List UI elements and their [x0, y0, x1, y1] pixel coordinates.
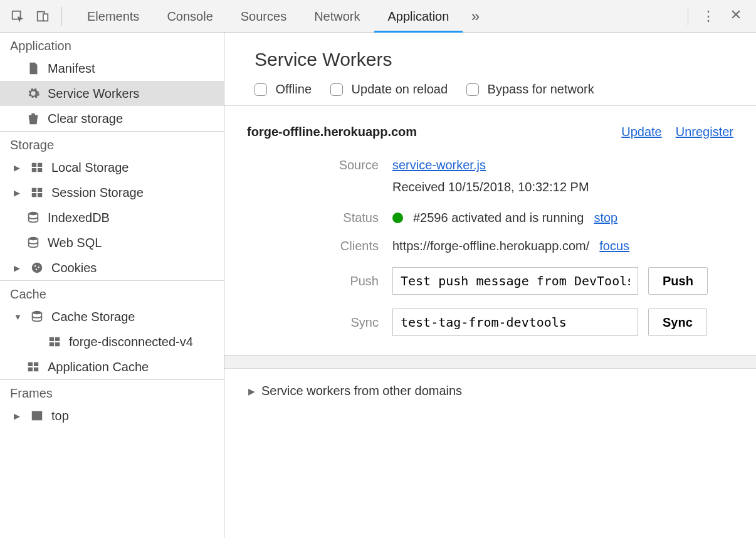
table-icon [25, 359, 41, 375]
inspect-element-icon[interactable] [5, 4, 30, 29]
label-push: Push [247, 274, 379, 288]
sidebar-section-storage: Storage [0, 131, 224, 155]
close-icon[interactable] [722, 8, 750, 24]
checkbox-icon[interactable] [466, 83, 479, 96]
expand-icon: ▶ [14, 411, 23, 421]
label-sync: Sync [247, 315, 379, 330]
checkbox-icon[interactable] [330, 83, 343, 96]
sidebar-item-label: Service Workers [48, 87, 139, 101]
sidebar-item-label: Session Storage [51, 186, 144, 200]
sidebar-item-local-storage[interactable]: ▶ Local Storage [0, 155, 224, 180]
sidebar-item-label: top [51, 409, 69, 423]
tab-elements[interactable]: Elements [73, 0, 153, 33]
option-update-on-reload[interactable]: Update on reload [330, 82, 448, 97]
svg-rect-2 [43, 14, 48, 21]
other-domains-label: Service workers from other domains [261, 384, 462, 398]
sidebar-item-application-cache[interactable]: Application Cache [0, 354, 224, 379]
trash-icon [25, 110, 41, 127]
table-icon [29, 184, 45, 201]
svg-point-6 [34, 265, 36, 266]
svg-point-3 [29, 212, 38, 216]
sidebar-item-label: Manifest [48, 61, 95, 76]
panel-title: Service Workers [255, 49, 726, 70]
svg-point-8 [36, 269, 37, 270]
label-source: Source [247, 158, 379, 172]
sidebar-item-clear-storage[interactable]: Clear storage [0, 106, 224, 131]
sidebar-item-cache-entry[interactable]: forge-disconnected-v4 [0, 329, 224, 354]
option-label: Offline [276, 82, 312, 96]
gear-icon [25, 85, 41, 102]
sidebar-item-frame-top[interactable]: ▶ top [0, 403, 224, 428]
separator [688, 7, 688, 26]
section-gap [224, 355, 756, 369]
sidebar-item-indexeddb[interactable]: IndexedDB [0, 205, 224, 230]
sync-input[interactable] [392, 309, 638, 336]
sidebar-item-label: Web SQL [48, 236, 102, 250]
expand-icon: ▶ [14, 163, 23, 172]
expand-icon: ▶ [14, 188, 23, 198]
svg-point-4 [29, 237, 38, 241]
checkbox-icon[interactable] [255, 83, 267, 96]
kebab-menu-icon[interactable]: ⋮ [695, 8, 722, 24]
sidebar-item-cache-storage[interactable]: ▼ Cache Storage [0, 304, 224, 329]
push-button[interactable]: Push [648, 267, 708, 295]
option-offline[interactable]: Offline [255, 82, 312, 97]
sidebar-item-service-workers[interactable]: Service Workers [0, 81, 224, 106]
option-bypass-for-network[interactable]: Bypass for network [466, 82, 594, 97]
database-icon [25, 209, 41, 226]
sidebar-item-websql[interactable]: Web SQL [0, 230, 224, 255]
table-icon [46, 334, 63, 350]
svg-point-7 [38, 266, 39, 268]
sidebar-item-label: forge-disconnected-v4 [69, 335, 193, 349]
sidebar-item-label: IndexedDB [48, 211, 110, 225]
database-icon [25, 235, 41, 251]
collapse-icon: ▼ [14, 312, 23, 322]
svg-rect-10 [33, 412, 42, 420]
svg-point-9 [33, 311, 42, 315]
application-sidebar: Application Manifest Service Workers Cle… [0, 33, 224, 538]
received-timestamp: Received 10/15/2018, 10:32:12 PM [392, 180, 733, 194]
expand-icon: ▶ [248, 386, 255, 396]
table-icon [29, 159, 45, 176]
sidebar-section-application: Application [0, 33, 224, 56]
cookie-icon [29, 260, 45, 276]
option-label: Bypass for network [488, 82, 594, 96]
sync-button[interactable]: Sync [648, 309, 707, 336]
source-file-link[interactable]: service-worker.js [392, 158, 486, 172]
other-domains-toggle[interactable]: ▶ Service workers from other domains [224, 369, 756, 413]
sidebar-item-session-storage[interactable]: ▶ Session Storage [0, 180, 224, 205]
expand-icon: ▶ [14, 263, 23, 273]
client-url: https://forge-offline.herokuapp.com/ [392, 239, 589, 253]
sidebar-item-cookies[interactable]: ▶ Cookies [0, 255, 224, 280]
stop-link[interactable]: stop [594, 211, 617, 225]
unregister-link[interactable]: Unregister [676, 125, 733, 139]
panel-options: Offline Update on reload Bypass for netw… [255, 82, 726, 97]
document-icon [25, 60, 41, 76]
tab-network[interactable]: Network [300, 0, 374, 33]
devtools-tabbar: Elements Console Sources Network Applica… [0, 0, 756, 33]
device-toolbar-icon[interactable] [30, 4, 55, 29]
separator [61, 7, 62, 26]
option-label: Update on reload [352, 82, 448, 96]
service-workers-panel: Service Workers Offline Update on reload… [224, 33, 756, 538]
sidebar-item-label: Local Storage [51, 161, 129, 175]
more-tabs-icon[interactable]: » [463, 8, 488, 25]
status-text: #2596 activated and is running [413, 211, 584, 225]
sidebar-section-frames: Frames [0, 379, 224, 403]
svg-point-5 [32, 263, 43, 273]
update-link[interactable]: Update [621, 125, 662, 139]
push-input[interactable] [392, 267, 638, 295]
sidebar-item-label: Application Cache [48, 360, 149, 374]
label-status: Status [247, 211, 379, 225]
service-worker-block: forge-offline.herokuapp.com Update Unreg… [224, 106, 756, 355]
sidebar-item-label: Cookies [51, 261, 97, 275]
tab-console[interactable]: Console [153, 0, 226, 33]
label-clients: Clients [247, 239, 379, 253]
focus-link[interactable]: focus [599, 239, 629, 253]
panel-tabs: Elements Console Sources Network Applica… [73, 0, 463, 33]
tab-sources[interactable]: Sources [227, 0, 300, 33]
sw-origin: forge-offline.herokuapp.com [247, 125, 417, 139]
sidebar-item-manifest[interactable]: Manifest [0, 56, 224, 81]
tab-application[interactable]: Application [374, 0, 463, 33]
status-dot-icon [392, 213, 403, 223]
